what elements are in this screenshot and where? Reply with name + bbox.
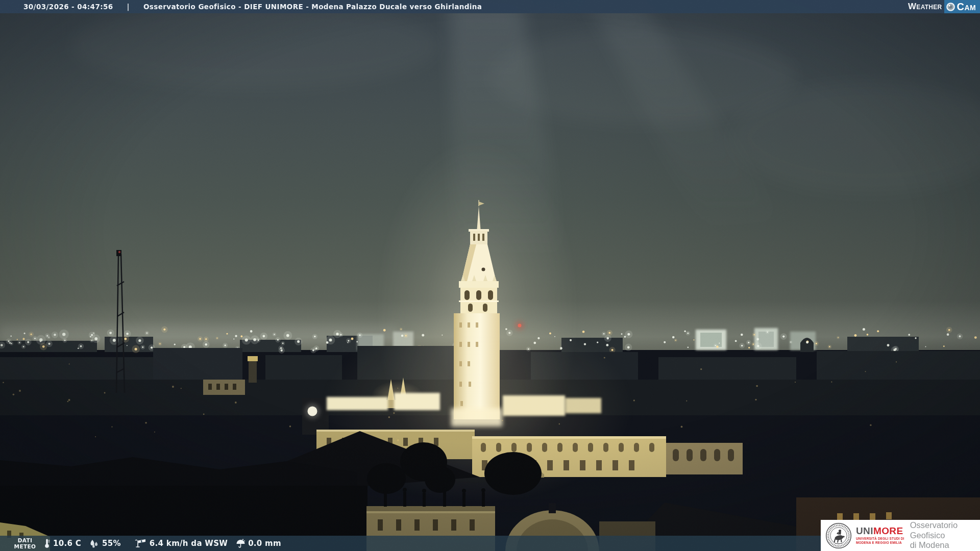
header-separator: |: [127, 3, 130, 11]
weathercam-word-cam: Cam: [957, 1, 976, 13]
unimore-wordmark: UNIMORE UNIVERSITÀ DEGLI STUDI DI MODENA…: [856, 526, 904, 545]
wind-value: 6.4 km/h da WSW: [150, 539, 228, 548]
temperature-value: 10.6 C: [53, 539, 81, 548]
humidity-reading: 55%: [89, 539, 121, 548]
windsock-icon: [135, 538, 147, 548]
thermometer-icon: [43, 538, 51, 548]
observatory-brand-box: UNIMORE UNIVERSITÀ DEGLI STUDI DI MODENA…: [821, 520, 980, 551]
weathercam-word-weather: Weather: [908, 2, 942, 12]
weathercam-logo: Weather Cam: [908, 0, 980, 13]
unimore-uni: UNI: [856, 525, 873, 536]
rain-value: 0.0 mm: [248, 539, 281, 548]
webcam-lens-icon: [946, 2, 955, 12]
webcam-title: Osservatorio Geofisico - DIEF UNIMORE - …: [143, 3, 482, 11]
header-bar: 30/03/2026 - 04:47:56 | Osservatorio Geo…: [0, 0, 980, 13]
observatory-name: Osservatorio Geofisico di Modena: [910, 520, 980, 550]
webcam-photo: [0, 0, 980, 551]
dati-meteo-label: DATI METEO: [10, 537, 40, 549]
wind-reading: 6.4 km/h da WSW: [135, 538, 228, 548]
temperature-reading: 10.6 C: [43, 538, 81, 548]
humidity-value: 55%: [102, 539, 121, 548]
unimore-more: MORE: [873, 525, 903, 536]
university-name-line2: MODENA E REGGIO EMILIA: [856, 541, 904, 545]
unimore-seal-icon: [825, 522, 852, 549]
rain-reading: 0.0 mm: [235, 538, 281, 548]
weathercam-cam-box: Cam: [944, 0, 980, 13]
humidity-drops-icon: [89, 539, 100, 548]
webcam-page: 30/03/2026 - 04:47:56 | Osservatorio Geo…: [0, 0, 980, 551]
timestamp: 30/03/2026 - 04:47:56: [23, 3, 113, 11]
umbrella-icon: [235, 538, 246, 548]
university-name-line1: UNIVERSITÀ DEGLI STUDI DI: [856, 537, 904, 541]
